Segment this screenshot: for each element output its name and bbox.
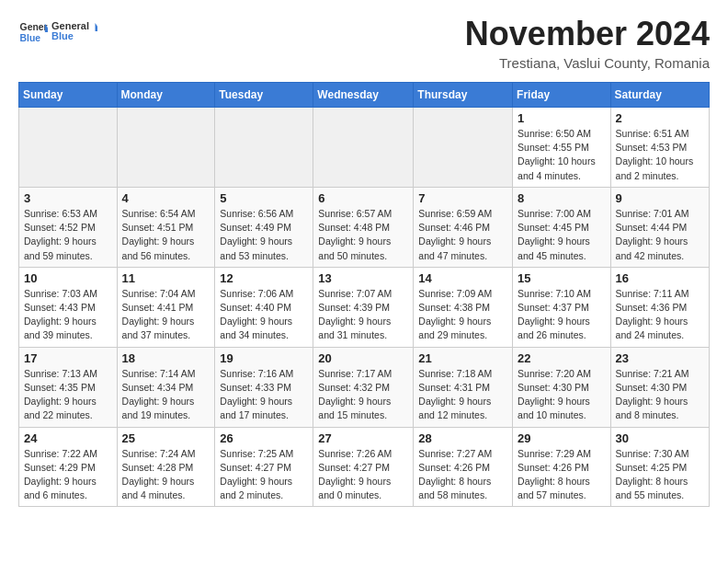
day-number: 11	[122, 271, 210, 285]
day-info: Sunrise: 7:06 AM Sunset: 4:40 PM Dayligh…	[220, 287, 308, 343]
day-number: 24	[24, 431, 112, 445]
logo-icon: General Blue	[18, 17, 48, 47]
day-number: 25	[122, 431, 210, 445]
calendar-cell: 27Sunrise: 7:26 AM Sunset: 4:27 PM Dayli…	[313, 427, 414, 507]
weekday-header-tuesday: Tuesday	[215, 83, 313, 108]
calendar-cell: 25Sunrise: 7:24 AM Sunset: 4:28 PM Dayli…	[117, 427, 215, 507]
logo: General Blue General Blue	[18, 15, 97, 50]
title-area: November 2024 Trestiana, Vaslui County, …	[465, 15, 710, 71]
day-number: 27	[318, 431, 408, 445]
day-info: Sunrise: 7:10 AM Sunset: 4:37 PM Dayligh…	[518, 287, 606, 343]
calendar-cell: 1Sunrise: 6:50 AM Sunset: 4:55 PM Daylig…	[513, 108, 611, 188]
day-info: Sunrise: 7:22 AM Sunset: 4:29 PM Dayligh…	[24, 447, 112, 503]
calendar-cell: 22Sunrise: 7:20 AM Sunset: 4:30 PM Dayli…	[513, 347, 611, 427]
calendar-cell	[117, 108, 215, 188]
day-info: Sunrise: 7:18 AM Sunset: 4:31 PM Dayligh…	[418, 367, 507, 423]
weekday-header-friday: Friday	[513, 83, 611, 108]
day-number: 17	[24, 351, 112, 365]
svg-text:General: General	[20, 22, 48, 32]
day-info: Sunrise: 7:29 AM Sunset: 4:26 PM Dayligh…	[518, 447, 606, 503]
weekday-header-saturday: Saturday	[610, 83, 709, 108]
day-info: Sunrise: 7:00 AM Sunset: 4:45 PM Dayligh…	[518, 207, 606, 263]
day-info: Sunrise: 6:50 AM Sunset: 4:55 PM Dayligh…	[518, 127, 606, 183]
day-info: Sunrise: 7:04 AM Sunset: 4:41 PM Dayligh…	[122, 287, 210, 343]
day-number: 21	[418, 351, 507, 365]
calendar-week-row: 1Sunrise: 6:50 AM Sunset: 4:55 PM Daylig…	[19, 108, 710, 188]
page-header: General Blue General Blue November 2024 …	[18, 15, 710, 71]
day-info: Sunrise: 6:51 AM Sunset: 4:53 PM Dayligh…	[616, 127, 704, 183]
day-info: Sunrise: 7:03 AM Sunset: 4:43 PM Dayligh…	[24, 287, 112, 343]
calendar-cell: 3Sunrise: 6:53 AM Sunset: 4:52 PM Daylig…	[19, 187, 118, 267]
calendar-cell: 19Sunrise: 7:16 AM Sunset: 4:33 PM Dayli…	[215, 347, 313, 427]
svg-text:Blue: Blue	[51, 30, 74, 41]
day-info: Sunrise: 7:11 AM Sunset: 4:36 PM Dayligh…	[616, 287, 704, 343]
weekday-header-row: SundayMondayTuesdayWednesdayThursdayFrid…	[19, 83, 710, 108]
day-number: 26	[220, 431, 308, 445]
day-number: 4	[122, 191, 210, 205]
svg-text:Blue: Blue	[20, 33, 41, 43]
calendar-cell: 20Sunrise: 7:17 AM Sunset: 4:32 PM Dayli…	[313, 347, 414, 427]
day-number: 28	[418, 431, 507, 445]
calendar-cell	[19, 108, 118, 188]
day-info: Sunrise: 7:25 AM Sunset: 4:27 PM Dayligh…	[220, 447, 308, 503]
day-number: 12	[220, 271, 308, 285]
day-number: 6	[318, 191, 408, 205]
calendar-cell: 9Sunrise: 7:01 AM Sunset: 4:44 PM Daylig…	[610, 187, 709, 267]
calendar-cell	[414, 108, 513, 188]
day-number: 14	[418, 271, 507, 285]
day-number: 15	[518, 271, 606, 285]
day-info: Sunrise: 7:07 AM Sunset: 4:39 PM Dayligh…	[318, 287, 408, 343]
day-number: 9	[616, 191, 704, 205]
day-number: 13	[318, 271, 408, 285]
calendar-cell: 5Sunrise: 6:56 AM Sunset: 4:49 PM Daylig…	[215, 187, 313, 267]
calendar-cell: 11Sunrise: 7:04 AM Sunset: 4:41 PM Dayli…	[117, 267, 215, 347]
calendar-cell: 6Sunrise: 6:57 AM Sunset: 4:48 PM Daylig…	[313, 187, 414, 267]
calendar-cell: 18Sunrise: 7:14 AM Sunset: 4:34 PM Dayli…	[117, 347, 215, 427]
calendar-week-row: 3Sunrise: 6:53 AM Sunset: 4:52 PM Daylig…	[19, 187, 710, 267]
calendar-cell: 23Sunrise: 7:21 AM Sunset: 4:30 PM Dayli…	[610, 347, 709, 427]
day-info: Sunrise: 7:01 AM Sunset: 4:44 PM Dayligh…	[616, 207, 704, 263]
calendar-cell: 24Sunrise: 7:22 AM Sunset: 4:29 PM Dayli…	[19, 427, 118, 507]
day-number: 7	[418, 191, 507, 205]
day-info: Sunrise: 7:20 AM Sunset: 4:30 PM Dayligh…	[518, 367, 606, 423]
day-number: 2	[616, 111, 704, 125]
calendar-table: SundayMondayTuesdayWednesdayThursdayFrid…	[18, 82, 710, 507]
calendar-cell: 8Sunrise: 7:00 AM Sunset: 4:45 PM Daylig…	[513, 187, 611, 267]
day-number: 29	[518, 431, 606, 445]
calendar-cell: 2Sunrise: 6:51 AM Sunset: 4:53 PM Daylig…	[610, 108, 709, 188]
calendar-cell: 21Sunrise: 7:18 AM Sunset: 4:31 PM Dayli…	[414, 347, 513, 427]
day-number: 3	[24, 191, 112, 205]
day-info: Sunrise: 7:14 AM Sunset: 4:34 PM Dayligh…	[122, 367, 210, 423]
calendar-cell: 15Sunrise: 7:10 AM Sunset: 4:37 PM Dayli…	[513, 267, 611, 347]
day-number: 5	[220, 191, 308, 205]
day-info: Sunrise: 7:21 AM Sunset: 4:30 PM Dayligh…	[616, 367, 704, 423]
day-number: 19	[220, 351, 308, 365]
day-info: Sunrise: 7:26 AM Sunset: 4:27 PM Dayligh…	[318, 447, 408, 503]
day-number: 1	[518, 111, 606, 125]
day-number: 16	[616, 271, 704, 285]
day-info: Sunrise: 7:09 AM Sunset: 4:38 PM Dayligh…	[418, 287, 507, 343]
weekday-header-sunday: Sunday	[19, 83, 118, 108]
day-number: 20	[318, 351, 408, 365]
calendar-cell: 16Sunrise: 7:11 AM Sunset: 4:36 PM Dayli…	[610, 267, 709, 347]
calendar-cell	[313, 108, 414, 188]
calendar-cell: 30Sunrise: 7:30 AM Sunset: 4:25 PM Dayli…	[610, 427, 709, 507]
weekday-header-thursday: Thursday	[414, 83, 513, 108]
calendar-cell: 13Sunrise: 7:07 AM Sunset: 4:39 PM Dayli…	[313, 267, 414, 347]
month-title: November 2024	[465, 15, 710, 53]
calendar-cell: 4Sunrise: 6:54 AM Sunset: 4:51 PM Daylig…	[117, 187, 215, 267]
calendar-cell: 14Sunrise: 7:09 AM Sunset: 4:38 PM Dayli…	[414, 267, 513, 347]
day-info: Sunrise: 6:53 AM Sunset: 4:52 PM Dayligh…	[24, 207, 112, 263]
day-info: Sunrise: 6:59 AM Sunset: 4:46 PM Dayligh…	[418, 207, 507, 263]
day-number: 10	[24, 271, 112, 285]
calendar-cell: 29Sunrise: 7:29 AM Sunset: 4:26 PM Dayli…	[513, 427, 611, 507]
weekday-header-wednesday: Wednesday	[313, 83, 414, 108]
day-info: Sunrise: 7:24 AM Sunset: 4:28 PM Dayligh…	[122, 447, 210, 503]
day-number: 22	[518, 351, 606, 365]
day-info: Sunrise: 7:30 AM Sunset: 4:25 PM Dayligh…	[616, 447, 704, 503]
day-info: Sunrise: 6:57 AM Sunset: 4:48 PM Dayligh…	[318, 207, 408, 263]
calendar-cell: 12Sunrise: 7:06 AM Sunset: 4:40 PM Dayli…	[215, 267, 313, 347]
day-info: Sunrise: 6:54 AM Sunset: 4:51 PM Dayligh…	[122, 207, 210, 263]
day-info: Sunrise: 7:17 AM Sunset: 4:32 PM Dayligh…	[318, 367, 408, 423]
day-number: 8	[518, 191, 606, 205]
